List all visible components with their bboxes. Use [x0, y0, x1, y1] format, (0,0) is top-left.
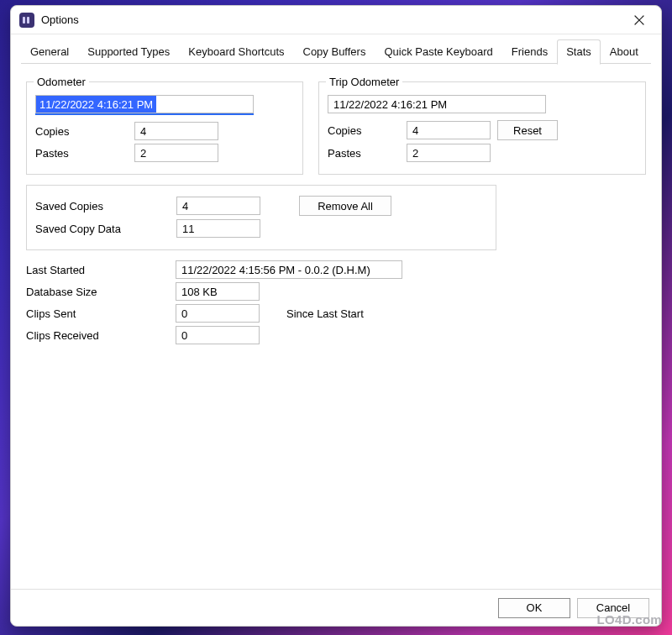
trip-odometer-legend: Trip Odometer — [326, 76, 402, 88]
odometer-group: Odometer 11/22/2022 4:16:21 PM Copies 4 … — [26, 76, 303, 175]
trip-odometer-date-field[interactable]: 11/22/2022 4:16:21 PM — [328, 95, 546, 113]
trip-odometer-group: Trip Odometer 11/22/2022 4:16:21 PM Copi… — [318, 76, 646, 175]
saved-copy-data-value[interactable]: 11 — [176, 219, 260, 238]
tab-keyboard-shortcuts[interactable]: Keyboard Shortcuts — [179, 39, 293, 64]
close-button[interactable] — [622, 8, 656, 32]
database-size-value[interactable]: 108 KB — [176, 282, 260, 301]
tab-stats[interactable]: Stats — [557, 39, 601, 65]
saved-copy-data-label: Saved Copy Data — [35, 223, 170, 235]
odometer-date-value: 11/22/2022 4:16:21 PM — [36, 96, 156, 113]
odometer-pastes-value[interactable]: 2 — [134, 144, 218, 162]
tab-general[interactable]: General — [21, 39, 78, 64]
cancel-button[interactable]: Cancel — [577, 598, 649, 618]
trip-pastes-label: Pastes — [328, 147, 400, 160]
odometer-copies-value[interactable]: 4 — [134, 122, 218, 140]
saved-copies-label: Saved Copies — [35, 200, 170, 213]
clips-sent-value[interactable]: 0 — [176, 304, 260, 323]
odometer-legend: Odometer — [34, 76, 89, 88]
trip-pastes-value[interactable]: 2 — [407, 144, 491, 162]
saved-copies-value[interactable]: 4 — [176, 197, 260, 215]
saved-group: Saved Copies 4 Remove All Saved Copy Dat… — [26, 185, 496, 250]
app-icon — [19, 13, 34, 28]
database-size-label: Database Size — [26, 286, 169, 298]
tab-about[interactable]: About — [601, 39, 648, 64]
titlebar: Options — [11, 6, 661, 34]
odometer-copies-label: Copies — [35, 125, 128, 138]
svg-rect-1 — [27, 17, 29, 24]
clips-sent-label: Clips Sent — [26, 307, 169, 320]
tab-supported-types[interactable]: Supported Types — [78, 39, 179, 64]
options-window: Options General Supported Types Keyboard… — [10, 5, 662, 627]
tab-strip: General Supported Types Keyboard Shortcu… — [11, 34, 661, 64]
tab-friends[interactable]: Friends — [502, 39, 557, 64]
tab-copy-buffers[interactable]: Copy Buffers — [294, 39, 375, 64]
odometer-pastes-label: Pastes — [35, 147, 128, 160]
odometer-date-field[interactable]: 11/22/2022 4:16:21 PM — [35, 95, 254, 113]
dialog-footer: OK Cancel — [11, 589, 661, 626]
reset-button[interactable]: Reset — [497, 120, 558, 140]
since-last-start-text: Since Last Start — [286, 307, 364, 320]
stats-block: Last Started 11/22/2022 4:15:56 PM - 0.0… — [26, 260, 646, 344]
trip-copies-value[interactable]: 4 — [407, 121, 491, 139]
last-started-label: Last Started — [26, 264, 169, 276]
tab-quick-paste-keyboard[interactable]: Quick Paste Keyboard — [375, 39, 501, 64]
ok-button[interactable]: OK — [498, 598, 570, 618]
trip-copies-label: Copies — [328, 124, 400, 137]
last-started-value[interactable]: 11/22/2022 4:15:56 PM - 0.0.2 (D.H.M) — [176, 260, 402, 279]
tab-content-stats: Odometer 11/22/2022 4:16:21 PM Copies 4 … — [11, 64, 661, 589]
clips-received-value[interactable]: 0 — [176, 326, 260, 344]
window-title: Options — [41, 13, 79, 26]
odometer-date-underline — [35, 113, 254, 115]
svg-rect-0 — [23, 17, 25, 24]
remove-all-button[interactable]: Remove All — [299, 196, 391, 216]
close-icon — [634, 15, 644, 25]
clips-received-label: Clips Received — [26, 329, 169, 342]
